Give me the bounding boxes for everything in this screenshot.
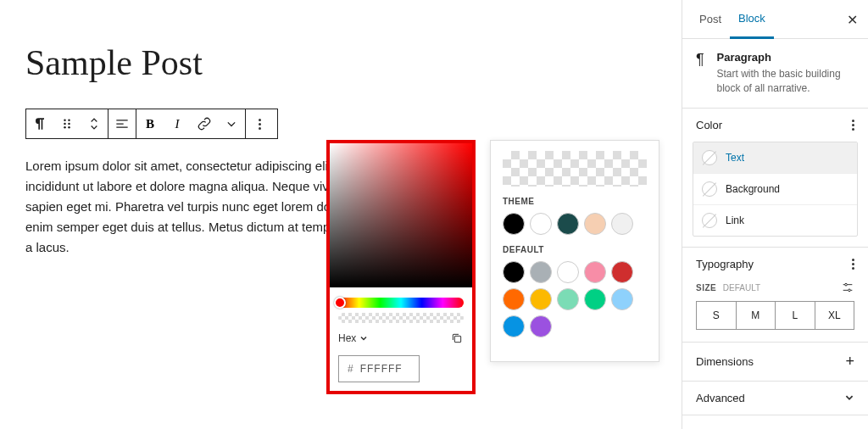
size-label: SIZE xyxy=(696,283,716,292)
size-option[interactable]: M xyxy=(737,302,776,329)
svg-point-1 xyxy=(68,120,70,122)
color-panel-header[interactable]: Color xyxy=(682,109,868,142)
link-icon xyxy=(196,115,213,132)
chevron-down-icon xyxy=(359,334,368,343)
move-button[interactable] xyxy=(81,109,108,138)
size-option[interactable]: XL xyxy=(815,302,854,329)
color-swatch-popover: THEME DEFAULT xyxy=(490,140,659,362)
move-icon xyxy=(86,115,103,132)
more-options-button[interactable] xyxy=(246,109,273,138)
color-swatch[interactable] xyxy=(503,315,525,337)
inspector-sidebar: Post Block ✕ ¶ Paragraph Start with the … xyxy=(682,0,868,429)
drag-handle-button[interactable] xyxy=(53,109,81,138)
color-swatch[interactable] xyxy=(557,288,579,310)
theme-heading: THEME xyxy=(503,197,647,206)
svg-point-5 xyxy=(68,126,70,129)
advanced-panel-header[interactable]: Advanced xyxy=(682,382,868,415)
color-panel-title: Color xyxy=(696,119,722,131)
saturation-picker[interactable] xyxy=(330,143,472,287)
link-color-indicator xyxy=(702,213,717,228)
color-row-background[interactable]: Background xyxy=(693,174,857,205)
color-swatch[interactable] xyxy=(530,213,552,235)
default-swatch-row xyxy=(503,261,647,337)
more-format-button[interactable] xyxy=(218,109,245,138)
color-swatch[interactable] xyxy=(530,288,552,310)
tab-block[interactable]: Block xyxy=(730,0,774,39)
link-button[interactable] xyxy=(191,109,218,138)
align-left-icon xyxy=(114,115,131,132)
color-row-label: Text xyxy=(726,152,744,164)
svg-point-3 xyxy=(68,123,70,125)
svg-point-4 xyxy=(64,126,66,129)
color-swatch[interactable] xyxy=(611,288,633,310)
color-row-text[interactable]: Text xyxy=(693,142,857,174)
paragraph-type-button[interactable] xyxy=(26,109,53,138)
paragraph-icon xyxy=(31,115,48,132)
svg-point-8 xyxy=(849,289,851,292)
dots-vertical-icon xyxy=(259,119,261,130)
bold-button[interactable]: B xyxy=(136,109,164,138)
italic-button[interactable]: I xyxy=(164,109,191,138)
color-swatch[interactable] xyxy=(611,261,633,283)
color-swatch[interactable] xyxy=(503,288,525,310)
tab-post[interactable]: Post xyxy=(691,1,730,37)
color-row-label: Background xyxy=(726,183,780,195)
plus-icon[interactable]: + xyxy=(845,353,854,370)
svg-rect-6 xyxy=(454,336,460,342)
svg-point-2 xyxy=(64,123,66,125)
paragraph-icon: ¶ xyxy=(696,51,707,96)
size-option[interactable]: S xyxy=(697,302,737,329)
size-default: DEFAULT xyxy=(723,283,760,292)
color-swatch[interactable] xyxy=(503,213,525,235)
chevron-down-icon xyxy=(223,115,240,132)
color-swatch[interactable] xyxy=(584,213,606,235)
block-subtitle: Start with the basic building block of a… xyxy=(717,67,854,96)
drag-icon xyxy=(58,115,75,132)
hex-hash: # xyxy=(348,363,353,375)
size-row-header: SIZE DEFAULT xyxy=(682,281,868,301)
transparent-swatch[interactable] xyxy=(503,151,647,187)
color-swatch[interactable] xyxy=(557,213,579,235)
dimensions-panel: Dimensions + xyxy=(682,343,868,382)
dimensions-panel-header[interactable]: Dimensions + xyxy=(682,343,868,381)
color-swatch[interactable] xyxy=(530,261,552,283)
copy-icon[interactable] xyxy=(450,332,464,345)
color-swatch[interactable] xyxy=(530,315,552,337)
color-swatch[interactable] xyxy=(611,213,633,235)
settings-icon[interactable] xyxy=(841,281,854,294)
advanced-panel: Advanced xyxy=(682,382,868,415)
hex-input[interactable] xyxy=(360,363,411,375)
typography-panel-title: Typography xyxy=(696,258,754,270)
color-row-link[interactable]: Link xyxy=(693,205,857,236)
text-color-indicator xyxy=(702,150,717,165)
hue-slider[interactable] xyxy=(338,298,464,308)
dots-vertical-icon[interactable] xyxy=(852,259,854,270)
post-title[interactable]: Sample Post xyxy=(25,42,670,83)
inspector-tabs: Post Block ✕ xyxy=(682,0,868,39)
color-swatch[interactable] xyxy=(503,261,525,283)
svg-point-0 xyxy=(64,120,66,122)
format-selector[interactable]: Hex xyxy=(338,332,368,344)
align-button[interactable] xyxy=(108,109,136,138)
block-title: Paragraph xyxy=(717,51,854,64)
background-color-indicator xyxy=(702,181,717,197)
hex-input-wrapper: # xyxy=(338,355,420,382)
size-option[interactable]: L xyxy=(776,302,815,329)
size-segmented-control: SMLXL xyxy=(696,301,854,330)
chevron-down-icon xyxy=(844,393,854,403)
color-swatch[interactable] xyxy=(584,288,606,310)
alpha-slider[interactable] xyxy=(338,313,464,323)
custom-color-picker: Hex # xyxy=(326,140,476,394)
close-inspector-button[interactable]: ✕ xyxy=(847,12,858,28)
color-row-label: Link xyxy=(726,214,744,226)
color-swatch[interactable] xyxy=(557,261,579,283)
hue-handle[interactable] xyxy=(334,297,346,309)
typography-panel-header[interactable]: Typography xyxy=(682,248,868,281)
block-description: ¶ Paragraph Start with the basic buildin… xyxy=(682,39,868,109)
color-rows: Text Background Link xyxy=(693,142,858,237)
default-heading: DEFAULT xyxy=(503,245,647,254)
color-swatch[interactable] xyxy=(584,261,606,283)
dots-vertical-icon[interactable] xyxy=(852,120,854,131)
typography-panel: Typography SIZE DEFAULT SMLXL xyxy=(682,248,868,343)
svg-point-7 xyxy=(845,283,848,286)
